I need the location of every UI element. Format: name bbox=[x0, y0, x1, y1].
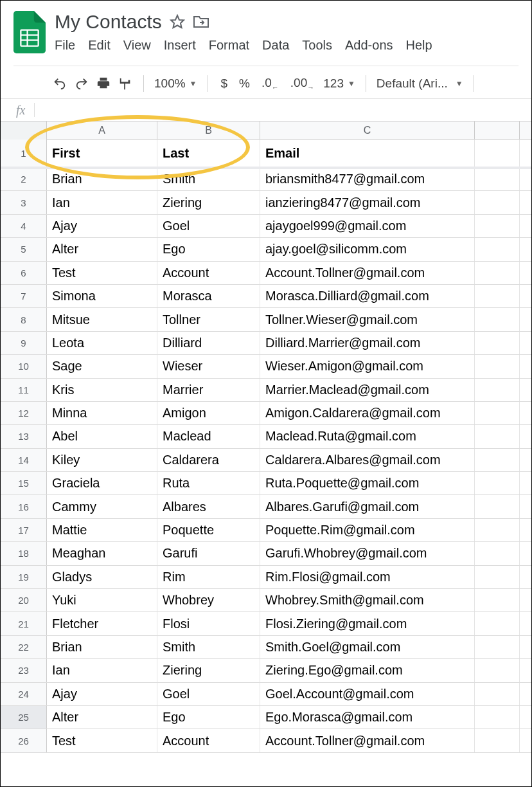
table-row[interactable]: 17MattiePoquettePoquette.Rim@gmail.com bbox=[1, 519, 531, 542]
cell-email[interactable]: Goel.Account@gmail.com bbox=[260, 683, 475, 705]
cell-first[interactable]: Abel bbox=[47, 425, 157, 448]
cell-email[interactable]: Tollner.Wieser@gmail.com bbox=[260, 308, 475, 330]
cell-last[interactable]: Ziering bbox=[157, 659, 260, 682]
cell-blank[interactable] bbox=[475, 140, 520, 167]
cell-blank[interactable] bbox=[475, 495, 520, 518]
cell-last[interactable]: Wieser bbox=[157, 355, 260, 377]
cell-blank[interactable] bbox=[475, 168, 520, 190]
cell-first[interactable]: Ian bbox=[47, 659, 157, 682]
row-header[interactable]: 18 bbox=[1, 542, 47, 565]
cell-email[interactable]: Caldarera.Albares@gmail.com bbox=[260, 449, 475, 471]
row-header[interactable]: 25 bbox=[1, 706, 47, 728]
table-row[interactable]: 22BrianSmithSmith.Goel@gmail.com bbox=[1, 636, 531, 659]
cell-email[interactable]: Ziering.Ego@gmail.com bbox=[260, 659, 475, 682]
cell-email[interactable]: Amigon.Caldarera@gmail.com bbox=[260, 402, 475, 424]
table-row[interactable]: 12MinnaAmigonAmigon.Caldarera@gmail.com bbox=[1, 402, 531, 425]
cell-blank[interactable] bbox=[475, 191, 520, 213]
table-row[interactable]: 20YukiWhobreyWhobrey.Smith@gmail.com bbox=[1, 589, 531, 612]
cell-first[interactable]: Graciela bbox=[47, 472, 157, 494]
row-header[interactable]: 22 bbox=[1, 636, 47, 658]
cell-email[interactable]: Maclead.Ruta@gmail.com bbox=[260, 425, 475, 448]
row-header[interactable]: 20 bbox=[1, 589, 47, 611]
cell-last[interactable]: Dilliard bbox=[157, 332, 260, 354]
cell-first[interactable]: Leota bbox=[47, 332, 157, 354]
format-percent-button[interactable]: % bbox=[236, 77, 253, 91]
cell-last[interactable]: Caldarera bbox=[157, 449, 260, 471]
formula-bar[interactable]: fx bbox=[1, 98, 531, 122]
cell-blank[interactable] bbox=[475, 636, 520, 658]
cell-blank[interactable] bbox=[475, 308, 520, 330]
cell-last[interactable]: Whobrey bbox=[157, 589, 260, 611]
cell-email[interactable]: Wieser.Amigon@gmail.com bbox=[260, 355, 475, 377]
cell-last[interactable]: Smith bbox=[157, 168, 260, 190]
menu-file[interactable]: File bbox=[55, 38, 75, 53]
cell-email[interactable]: briansmith8477@gmail.com bbox=[260, 168, 475, 190]
cell-blank[interactable] bbox=[475, 262, 520, 284]
star-icon[interactable] bbox=[170, 14, 185, 30]
table-row[interactable]: 3IanZieringianziering8477@gmail.com bbox=[1, 191, 531, 214]
cell-last[interactable]: Goel bbox=[157, 215, 260, 237]
cell-first[interactable]: Simona bbox=[47, 285, 157, 307]
cell-last[interactable]: Tollner bbox=[157, 308, 260, 330]
header-cell-last[interactable]: Last bbox=[157, 140, 260, 167]
cell-email[interactable]: Morasca.Dilliard@gmail.com bbox=[260, 285, 475, 307]
cell-last[interactable]: Smith bbox=[157, 636, 260, 658]
zoom-select[interactable]: 100% ▼ bbox=[154, 77, 197, 91]
increase-decimal-button[interactable]: .00→ bbox=[288, 76, 317, 91]
cell-blank[interactable] bbox=[475, 379, 520, 401]
cell-first[interactable]: Meaghan bbox=[47, 542, 157, 565]
cell-first[interactable]: Sage bbox=[47, 355, 157, 377]
cell-blank[interactable] bbox=[475, 238, 520, 260]
table-row[interactable]: 6TestAccountAccount.Tollner@gmail.com bbox=[1, 262, 531, 285]
cell-first[interactable]: Minna bbox=[47, 402, 157, 424]
row-header[interactable]: 3 bbox=[1, 191, 47, 213]
decrease-decimal-button[interactable]: .0← bbox=[259, 76, 281, 91]
cell-last[interactable]: Poquette bbox=[157, 519, 260, 541]
cell-blank[interactable] bbox=[475, 402, 520, 424]
table-row[interactable]: 4AjayGoelajaygoel999@gmail.com bbox=[1, 215, 531, 238]
row-header[interactable]: 21 bbox=[1, 612, 47, 635]
table-row[interactable]: 18MeaghanGarufiGarufi.Whobrey@gmail.com bbox=[1, 542, 531, 565]
header-cell-first[interactable]: First bbox=[47, 140, 157, 167]
table-row[interactable]: 5AlterEgoajay.goel@silicomm.com bbox=[1, 238, 531, 261]
row-header[interactable]: 11 bbox=[1, 379, 47, 401]
cell-last[interactable]: Rim bbox=[157, 566, 260, 588]
cell-last[interactable]: Account bbox=[157, 729, 260, 752]
cell-first[interactable]: Yuki bbox=[47, 589, 157, 611]
cell-blank[interactable] bbox=[475, 659, 520, 682]
col-header-a[interactable]: A bbox=[47, 122, 157, 140]
row-header[interactable]: 9 bbox=[1, 332, 47, 354]
row-header[interactable]: 12 bbox=[1, 402, 47, 424]
cell-last[interactable]: Amigon bbox=[157, 402, 260, 424]
menu-tools[interactable]: Tools bbox=[302, 38, 332, 53]
row-header[interactable]: 2 bbox=[1, 168, 47, 190]
cell-email[interactable]: Account.Tollner@gmail.com bbox=[260, 729, 475, 752]
table-row[interactable]: 1FirstLastEmail bbox=[1, 140, 531, 168]
doc-title[interactable]: My Contacts bbox=[55, 11, 162, 33]
cell-first[interactable]: Mitsue bbox=[47, 308, 157, 330]
table-row[interactable]: 15GracielaRutaRuta.Poquette@gmail.com bbox=[1, 472, 531, 495]
number-format-select[interactable]: 123▼ bbox=[323, 77, 355, 91]
col-header-b[interactable]: B bbox=[157, 122, 260, 140]
cell-email[interactable]: Marrier.Maclead@gmail.com bbox=[260, 379, 475, 401]
table-row[interactable]: 9LeotaDilliardDilliard.Marrier@gmail.com bbox=[1, 332, 531, 355]
table-row[interactable]: 7SimonaMorascaMorasca.Dilliard@gmail.com bbox=[1, 285, 531, 308]
cell-blank[interactable] bbox=[475, 542, 520, 565]
row-header[interactable]: 23 bbox=[1, 659, 47, 682]
col-header-c[interactable]: C bbox=[260, 122, 475, 140]
cell-email[interactable]: Account.Tollner@gmail.com bbox=[260, 262, 475, 284]
cell-blank[interactable] bbox=[475, 683, 520, 705]
menu-format[interactable]: Format bbox=[209, 38, 249, 53]
header-cell-email[interactable]: Email bbox=[260, 140, 475, 167]
row-header[interactable]: 4 bbox=[1, 215, 47, 237]
cell-email[interactable]: ajaygoel999@gmail.com bbox=[260, 215, 475, 237]
menu-insert[interactable]: Insert bbox=[164, 38, 196, 53]
cell-first[interactable]: Ajay bbox=[47, 215, 157, 237]
table-row[interactable]: 19GladysRimRim.Flosi@gmail.com bbox=[1, 566, 531, 589]
cell-last[interactable]: Morasca bbox=[157, 285, 260, 307]
col-header-blank[interactable] bbox=[475, 122, 520, 140]
cell-last[interactable]: Ego bbox=[157, 706, 260, 728]
cell-first[interactable]: Fletcher bbox=[47, 612, 157, 635]
menu-view[interactable]: View bbox=[123, 38, 151, 53]
cell-last[interactable]: Garufi bbox=[157, 542, 260, 565]
